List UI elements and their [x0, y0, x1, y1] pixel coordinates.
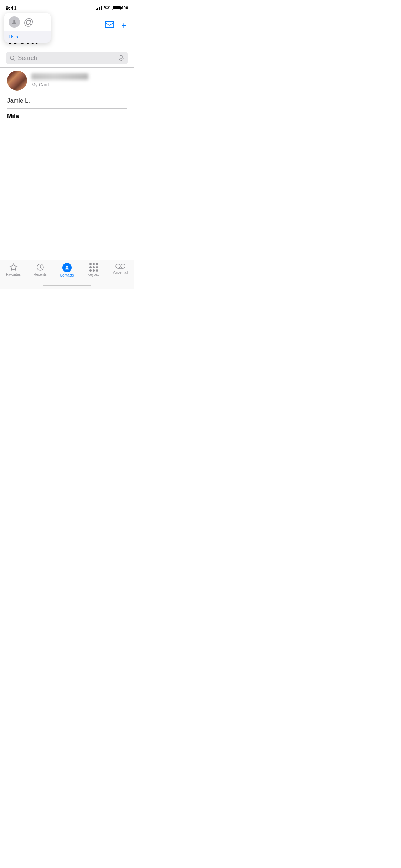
envelope-icon [105, 21, 114, 28]
signal-bars-icon [96, 6, 102, 10]
my-card-info: My Card [31, 73, 127, 88]
tab-favorites[interactable]: Favorites [3, 263, 24, 277]
clock-icon [36, 263, 45, 272]
search-placeholder: Search [18, 55, 116, 62]
wifi-icon [104, 6, 110, 10]
svg-rect-1 [105, 21, 114, 28]
svg-point-7 [66, 266, 68, 268]
header-actions: + [105, 21, 127, 30]
contact-name-mila: Mila [7, 113, 127, 120]
search-bar[interactable]: Search [6, 52, 128, 64]
svg-point-0 [13, 20, 15, 22]
svg-point-8 [116, 264, 120, 268]
nav-dropdown-item[interactable]: @ [4, 13, 51, 31]
voicemail-icon [115, 263, 125, 269]
contact-name-jamie: Jamie L. [7, 97, 127, 104]
contact-row[interactable]: Jamie L. [0, 93, 134, 108]
home-indicator [43, 285, 91, 286]
search-container: Search [0, 52, 134, 64]
keypad-icon [89, 263, 98, 272]
tab-favorites-label: Favorites [6, 273, 21, 277]
nav-lists-label: Lists [9, 34, 18, 40]
my-card-label: My Card [31, 82, 49, 87]
email-button[interactable] [105, 21, 114, 30]
tab-keypad[interactable]: Keypad [83, 263, 104, 277]
person-icon [11, 19, 17, 25]
star-icon [9, 263, 18, 272]
nav-avatar [9, 16, 20, 28]
status-icons: 100 [96, 6, 128, 10]
contact-row[interactable]: Mila [0, 109, 134, 124]
tab-contacts[interactable]: Contacts [56, 263, 78, 277]
svg-rect-3 [120, 55, 122, 58]
svg-point-9 [121, 264, 125, 268]
tab-keypad-label: Keypad [88, 273, 100, 277]
nav-lists-back[interactable]: Lists [4, 31, 51, 43]
microphone-icon [119, 55, 124, 61]
mila-divider [0, 124, 134, 124]
battery-icon: 100 [112, 6, 128, 10]
search-icon [10, 56, 15, 61]
my-card-row[interactable]: My Card [0, 68, 134, 93]
my-card-avatar [7, 71, 27, 91]
tab-voicemail-label: Voicemail [113, 270, 128, 274]
contacts-active-icon [62, 263, 72, 272]
at-symbol-icon: @ [24, 17, 34, 27]
my-card-name-blurred [31, 73, 88, 80]
tab-recents[interactable]: Recents [30, 263, 51, 277]
nav-dropdown[interactable]: @ Lists [4, 13, 51, 43]
tab-contacts-label: Contacts [60, 273, 74, 277]
add-contact-button[interactable]: + [121, 21, 127, 30]
tab-voicemail[interactable]: Voicemail [110, 263, 131, 274]
tab-recents-label: Recents [34, 273, 47, 277]
status-time: 9:41 [6, 5, 17, 11]
